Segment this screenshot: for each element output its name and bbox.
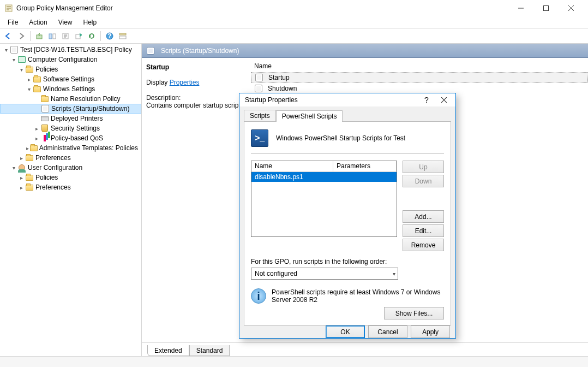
chevron-right-icon[interactable]: ▸ [33,135,40,141]
maximize-button[interactable] [533,0,559,16]
script-row[interactable]: disableNbns.ps1 [251,172,397,182]
script-name: disableNbns.ps1 [251,173,333,181]
window-title: Group Policy Management Editor [16,4,113,12]
tab-powershell-scripts[interactable]: PowerShell Scripts [276,110,343,122]
display-label: Display [146,79,170,86]
chevron-down-icon[interactable]: ▾ [17,67,25,73]
computer-icon [17,55,26,64]
tree-windows-settings[interactable]: ▾Windows Settings [0,84,141,94]
close-button[interactable] [559,0,584,16]
column-header-name[interactable]: Name [251,60,588,72]
qos-icon [40,134,49,143]
chevron-right-icon[interactable]: ▸ [17,155,25,161]
show-hide-button[interactable] [46,30,58,42]
menu-bar: File Action View Help [0,16,588,28]
tree-computer-configuration[interactable]: ▾Computer Configuration [0,55,141,64]
order-combobox[interactable]: Not configured ▾ [251,268,398,280]
tree-preferences[interactable]: ▸Preferences [0,153,141,163]
list-item-shutdown[interactable]: Shutdown [251,83,588,94]
apply-button[interactable]: Apply [411,325,450,338]
folder-icon [33,75,41,84]
detail-panel: Startup Display Properties Description: … [142,58,251,342]
folder-icon [33,85,41,93]
column-header-parameters[interactable]: Parameters [333,161,397,172]
chevron-right-icon[interactable]: ▸ [33,126,40,132]
properties-button[interactable] [59,30,71,42]
chevron-down-icon[interactable]: ▾ [2,47,10,53]
export-button[interactable] [73,30,85,42]
up-level-button[interactable] [33,30,45,42]
chevron-down-icon[interactable]: ▾ [10,57,17,63]
svg-rect-6 [76,34,80,39]
tab-scripts[interactable]: Scripts [244,110,276,121]
title-bar: Group Policy Management Editor [0,0,588,16]
scripts-icon [41,104,50,113]
chevron-down-icon[interactable]: ▾ [10,165,17,171]
info-icon: i [251,288,266,304]
tree-user-preferences[interactable]: ▸Preferences [0,182,141,192]
menu-help[interactable]: Help [79,17,101,27]
edit-button[interactable]: Edit... [403,224,444,237]
cancel-button[interactable]: Cancel [368,325,407,338]
svg-rect-3 [49,34,52,39]
tree-security-settings[interactable]: ▸Security Settings [0,123,141,133]
add-button[interactable]: Add... [403,210,444,223]
scripts-icon [146,46,155,55]
folder-icon [30,144,38,152]
order-value: Not configured [255,270,297,277]
tree-qos[interactable]: ▸Policy-based QoS [0,133,141,143]
properties-link[interactable]: Properties [170,79,200,86]
app-icon [4,4,13,13]
chevron-right-icon[interactable]: ▸ [25,145,30,151]
menu-view[interactable]: View [54,17,77,27]
help-button[interactable]: ? [104,30,116,42]
dialog-tabs: Scripts PowerShell Scripts [239,106,455,121]
filter-button[interactable] [117,30,129,42]
tree-root[interactable]: ▾Test [DC3-W16.TESTLAB.ESC] Policy [0,45,141,55]
menu-action[interactable]: Action [25,17,51,27]
list-item-startup[interactable]: Startup [251,72,588,83]
menu-file[interactable]: File [3,17,22,27]
tree-admin-templates[interactable]: ▸Administrative Templates: Policies [0,143,141,153]
show-files-button[interactable]: Show Files... [384,307,444,319]
tree-scripts[interactable]: Scripts (Startup/Shutdown) [0,104,141,114]
script-list[interactable]: Name Parameters disableNbns.ps1 [251,161,397,237]
chevron-right-icon[interactable]: ▸ [17,175,25,181]
refresh-button[interactable] [86,30,98,42]
down-button[interactable]: Down [403,175,444,187]
svg-rect-4 [53,34,56,39]
tree-software-settings[interactable]: ▸Software Settings [0,74,141,84]
folder-icon [40,94,49,103]
folder-icon [25,153,34,162]
script-params [333,176,397,177]
back-button[interactable] [2,30,14,42]
tree-name-resolution-policy[interactable]: Name Resolution Policy [0,94,141,104]
description-text: Contains computer startup scripts. [146,102,247,109]
dialog-help-button[interactable]: ? [418,93,435,106]
minimize-button[interactable] [508,0,533,16]
svg-rect-9 [119,33,126,35]
toolbar: ? [0,28,588,44]
tree-policies[interactable]: ▾Policies [0,64,141,74]
tree-user-policies[interactable]: ▸Policies [0,173,141,182]
tree-user-configuration[interactable]: ▾User Configuration [0,163,141,173]
svg-rect-1 [544,6,549,11]
dialog-close-button[interactable] [436,93,452,106]
console-tree[interactable]: ▾Test [DC3-W16.TESTLAB.ESC] Policy ▾Comp… [0,44,142,356]
remove-button[interactable]: Remove [403,239,444,251]
column-header-name[interactable]: Name [251,161,333,172]
chevron-right-icon[interactable]: ▸ [17,185,25,191]
forward-button[interactable] [15,30,27,42]
view-tabs: Extended Standard [142,343,588,356]
chevron-right-icon[interactable]: ▸ [25,76,33,82]
ok-button[interactable]: OK [326,325,365,338]
window-controls [508,0,584,16]
tab-standard[interactable]: Standard [189,345,230,356]
up-button[interactable]: Up [403,161,444,173]
chevron-down-icon[interactable]: ▾ [25,86,33,92]
tab-extended[interactable]: Extended [147,345,189,356]
dialog-title: Startup Properties [245,96,298,104]
result-header-title: Scripts (Startup/Shutdown) [161,47,239,55]
status-bar [0,356,588,367]
tree-deployed-printers[interactable]: Deployed Printers [0,114,141,123]
